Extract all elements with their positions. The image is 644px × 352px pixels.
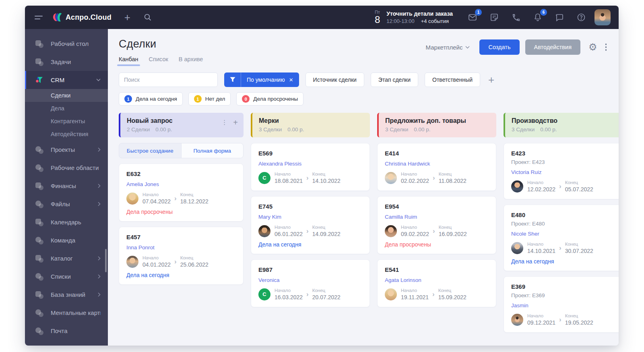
deal-card[interactable]: E569 Alexandra Plessis C Начало18.08.202…	[251, 143, 370, 191]
event-more-count[interactable]: +4 события	[421, 18, 449, 25]
sidebar-item-finance[interactable]: Финансы	[25, 177, 108, 195]
quick-filter-today[interactable]: 1 Дела на сегодня	[119, 92, 183, 106]
deal-contact-link[interactable]: Nicole Sher	[511, 231, 539, 237]
deal-card[interactable]: E369 Проект: E369 Jasmin Начало09.12.202…	[504, 276, 619, 333]
sidebar-item-mail[interactable]: Почта	[25, 322, 108, 340]
deal-contact-link[interactable]: Veronica	[258, 277, 280, 283]
sidebar-item-mindmaps[interactable]: Ментальные карты	[25, 304, 108, 322]
tab-list[interactable]: Список	[149, 56, 168, 66]
menu-toggle-icon[interactable]	[35, 16, 43, 19]
search-input[interactable]	[119, 72, 218, 87]
column-deal-count: 2 Сделки	[127, 126, 150, 133]
app-logo[interactable]: Аспро.Cloud	[52, 12, 111, 22]
deal-contact-link[interactable]: Victoria Ruiz	[511, 169, 542, 175]
more-options-icon[interactable]	[603, 42, 609, 52]
deal-contact-link[interactable]: Amelia Jones	[126, 181, 159, 187]
finance-icon	[35, 181, 44, 191]
deal-card[interactable]: E541 Agata Lorinson Начало19.11.2021 › К…	[377, 259, 496, 307]
deal-status-today[interactable]: Дела на сегодня	[511, 258, 615, 265]
deal-contact-link[interactable]: Agata Lorinson	[385, 277, 421, 283]
workspace-selector[interactable]: Маркетплейс	[426, 44, 470, 51]
tab-kanban[interactable]: Канбан	[119, 56, 138, 66]
deal-card[interactable]: E632 Amelia Jones Начало07.04.2022 › Кон…	[119, 164, 244, 222]
sidebar-item-knowledge-base[interactable]: База знаний	[25, 286, 108, 304]
bell-icon[interactable]: 6	[532, 11, 544, 23]
count-badge: 1	[194, 95, 202, 103]
mail-badge: 1	[475, 9, 482, 16]
deal-id: E480	[511, 211, 615, 218]
sidebar-item-calendar[interactable]: Календарь	[25, 213, 108, 231]
active-filter-chip[interactable]: По умолчанию ✕	[224, 72, 299, 87]
phone-icon[interactable]	[510, 11, 522, 23]
sidebar-item-tasks[interactable]: Задачи	[25, 53, 108, 71]
contact-avatar	[385, 172, 397, 184]
main-content: Сделки Канбан Список В архиве Маркетплей…	[108, 29, 619, 346]
deal-contact-link[interactable]: Camilla Ruim	[385, 214, 417, 220]
contact-avatar	[126, 193, 138, 205]
filter-funnel-icon[interactable]	[224, 72, 241, 87]
sidebar-item-files[interactable]: Файлы	[25, 195, 108, 213]
search-icon[interactable]	[142, 11, 154, 23]
user-avatar[interactable]	[594, 9, 611, 25]
deal-contact-link[interactable]: Mary Kim	[258, 214, 281, 220]
sidebar-subitem-deals[interactable]: Сделки	[25, 89, 108, 102]
tab-archive[interactable]: В архиве	[179, 56, 203, 66]
deal-card[interactable]: E987 Veronica C Начало16.03.2022 › Конец…	[251, 259, 370, 307]
quick-create-button[interactable]: Быстрое создание	[119, 143, 181, 158]
column-header[interactable]: Новый запрос 2 Сделки 0.00 р. ⋮ +	[119, 113, 244, 137]
sidebar-item-team[interactable]: Команда	[25, 231, 108, 249]
deal-status-overdue[interactable]: Дела просрочены	[385, 241, 489, 248]
column-menu-icon[interactable]: ⋮	[221, 119, 227, 126]
autoactions-button[interactable]: Автодействия	[525, 39, 580, 55]
desktop-icon	[35, 39, 44, 49]
calendar-widget[interactable]: Пт 8	[375, 10, 380, 25]
add-filter-icon[interactable]: +	[488, 75, 494, 85]
full-form-button[interactable]: Полная форма	[181, 143, 244, 158]
deal-contact-link[interactable]: Jasmin	[511, 302, 528, 309]
deal-contact-link[interactable]: Inna Ponrot	[126, 244, 155, 251]
column-add-icon[interactable]: +	[233, 119, 238, 126]
chat-icon[interactable]	[553, 11, 566, 23]
deal-status-today[interactable]: Дела на сегодня	[126, 272, 236, 278]
column-header[interactable]: Производство 3 Сделки 0.00 р.	[504, 113, 619, 137]
quick-filter-overdue[interactable]: 0 Дела просрочены	[236, 92, 303, 106]
sidebar-item-crm[interactable]: CRM	[25, 71, 108, 89]
settings-gear-icon[interactable]: ⚙	[588, 42, 597, 52]
deal-status-today[interactable]: Дела на сегодня	[258, 241, 362, 248]
quick-filter-no-activities[interactable]: 1 Нет дел	[188, 92, 231, 106]
sidebar-scrollbar[interactable]	[105, 249, 107, 272]
filter-deal-source-button[interactable]: Источник сделки	[305, 72, 364, 87]
notes-icon[interactable]	[488, 11, 500, 23]
column-header[interactable]: Мерки 3 Сделки 0.00 р.	[251, 113, 370, 137]
filter-deal-stage-button[interactable]: Этап сделки	[371, 72, 418, 87]
filter-responsible-button[interactable]: Ответственный	[425, 72, 480, 87]
sidebar-item-projects[interactable]: Проекты	[25, 141, 108, 159]
deal-card[interactable]: E954 Camilla Ruim Начало09.02.2022 › Кон…	[377, 196, 496, 254]
event-title: Уточнить детали заказа	[386, 10, 453, 18]
sidebar-item-catalog[interactable]: Каталог	[25, 249, 108, 267]
next-event[interactable]: Уточнить детали заказа 12:00-13:00 +4 со…	[386, 10, 453, 25]
deal-contact-link[interactable]: Christina Hardwick	[385, 161, 430, 167]
deal-contact-link[interactable]: Alexandra Plessis	[258, 161, 301, 167]
remove-filter-icon[interactable]: ✕	[289, 77, 299, 83]
sidebar-item-desktop[interactable]: Рабочий стол	[25, 35, 108, 53]
mail-icon[interactable]: 1	[466, 11, 479, 23]
create-button[interactable]: Создать	[479, 39, 519, 55]
sidebar-item-lists[interactable]: Списки	[25, 267, 108, 286]
deal-card[interactable]: E745 Mary Kim Начало06.01.2022 › Конец14…	[251, 196, 370, 254]
sidebar-subitem-activities[interactable]: Дела	[25, 102, 108, 115]
deal-status-overdue[interactable]: Дела просрочены	[126, 209, 236, 215]
sidebar-subitem-autoactions[interactable]: Автодействия	[25, 128, 108, 141]
chevron-right-icon: ›	[432, 291, 435, 298]
column-amount: 0.00 р.	[287, 126, 304, 133]
deal-card[interactable]: E414 Christina Hardwick Начало02.02.2022…	[377, 143, 496, 191]
deal-card[interactable]: E457 Inna Ponrot Начало04.01.2022 › Коне…	[119, 227, 244, 285]
deal-id: E457	[126, 234, 236, 240]
sidebar-subitem-contractors[interactable]: Контрагенты	[25, 115, 108, 128]
column-header[interactable]: Предложить доп. товары 3 Сделки 0.00 р.	[377, 113, 496, 137]
quick-add-button[interactable]: +	[124, 12, 130, 23]
deal-card[interactable]: E423 Проект: E423 Victoria Ruiz Начало12…	[504, 143, 619, 199]
deal-card[interactable]: E480 Проект: E480 Nicole Sher Начало14.1…	[504, 205, 619, 271]
sidebar-item-workspaces[interactable]: Рабочие области	[25, 159, 108, 177]
help-icon[interactable]	[575, 11, 587, 23]
